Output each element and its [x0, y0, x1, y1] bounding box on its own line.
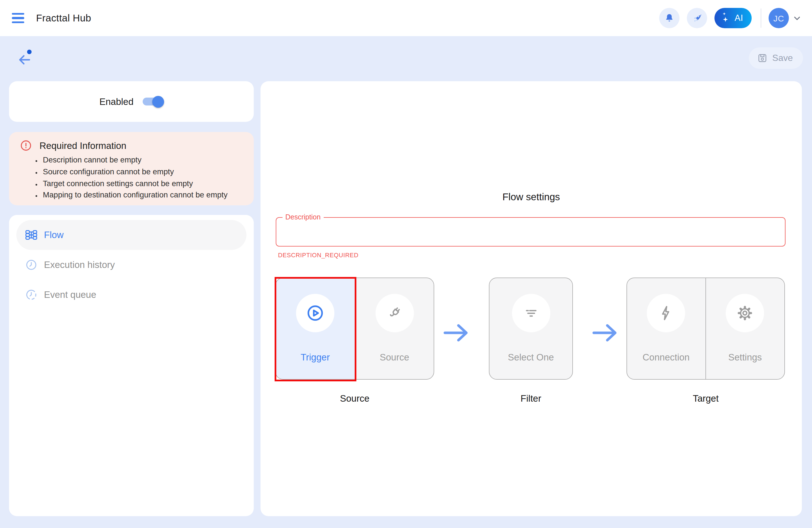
whats-new-button[interactable]	[687, 8, 707, 28]
source-card[interactable]: Source	[355, 277, 434, 380]
ai-assistant-button[interactable]: AI	[714, 8, 752, 28]
chevron-down-icon	[792, 13, 802, 23]
sparkles-icon	[721, 11, 730, 25]
clock-icon	[25, 258, 38, 271]
notifications-button[interactable]	[659, 8, 680, 28]
alert-item: Target connection settings cannot be emp…	[43, 178, 254, 190]
save-icon	[756, 53, 768, 64]
settings-label: Settings	[706, 352, 784, 363]
top-header: Fracttal Hub AI	[0, 0, 812, 36]
description-error-text: DESCRIPTION_REQUIRED	[278, 252, 359, 258]
filter-icon-circle	[512, 294, 550, 332]
nav-item-execution-history[interactable]: Execution history	[16, 250, 246, 280]
flow-settings-panel: Flow settings Description DESCRIPTION_RE…	[261, 81, 802, 516]
group-label-target: Target	[626, 393, 785, 404]
plug-icon	[386, 304, 404, 322]
header-divider	[761, 9, 761, 28]
alert-icon	[20, 139, 32, 152]
trigger-card[interactable]: Trigger	[275, 277, 355, 380]
flow-icon	[25, 228, 38, 241]
save-button-label: Save	[772, 53, 793, 63]
source-label: Source	[355, 352, 434, 363]
history-icon	[25, 288, 38, 301]
account-menu-button[interactable]	[791, 12, 803, 24]
nav-item-label: Event queue	[44, 289, 96, 300]
filter-icon	[522, 304, 540, 322]
page-toolbar: Save	[0, 36, 812, 81]
enabled-label: Enabled	[99, 96, 133, 107]
required-information-alert: Required Information Description cannot …	[9, 132, 254, 205]
hamburger-icon	[12, 13, 24, 23]
app-title: Fracttal Hub	[36, 12, 91, 24]
nav-item-label: Flow	[44, 230, 64, 240]
user-avatar[interactable]: JC	[769, 8, 789, 28]
description-input[interactable]	[277, 219, 783, 244]
back-arrow-icon	[16, 52, 32, 68]
play-circle-icon	[306, 303, 325, 323]
notification-dot	[27, 49, 32, 54]
app-viewport: Fracttal Hub AI	[0, 0, 812, 528]
header-actions: AI JC	[652, 8, 803, 28]
connection-icon-circle	[647, 294, 685, 332]
enabled-card: Enabled	[9, 81, 254, 122]
source-icon-circle	[375, 294, 414, 332]
trigger-icon-circle	[296, 294, 334, 332]
group-label-filter: Filter	[489, 393, 573, 404]
description-field: Description	[276, 217, 785, 246]
back-button[interactable]	[12, 47, 37, 72]
filter-card[interactable]: Select One	[489, 277, 573, 380]
source-step-group: Trigger Source	[275, 277, 434, 380]
section-nav-card: Flow Execution history Event queue	[9, 215, 254, 516]
settings-icon-circle	[726, 294, 764, 332]
settings-card[interactable]: Settings	[706, 278, 784, 379]
group-label-source: Source	[275, 393, 434, 404]
alert-item: Mapping to destination configuration can…	[43, 190, 254, 202]
toggle-thumb	[152, 96, 164, 108]
connection-label: Connection	[627, 352, 705, 363]
arrow-right-icon	[592, 323, 620, 343]
lightning-icon	[657, 304, 675, 322]
save-button[interactable]: Save	[749, 47, 803, 69]
gear-icon	[736, 304, 754, 322]
filter-placeholder-label: Select One	[490, 352, 572, 363]
avatar-initials: JC	[773, 13, 784, 23]
nav-item-flow[interactable]: Flow	[16, 220, 246, 250]
alert-list: Description cannot be empty Source confi…	[9, 155, 254, 201]
alert-header: Required Information	[9, 132, 254, 152]
nav-item-label: Execution history	[44, 259, 115, 270]
rocket-icon	[691, 12, 702, 24]
nav-item-event-queue[interactable]: Event queue	[16, 280, 246, 310]
bell-icon	[664, 12, 675, 24]
enabled-toggle[interactable]	[143, 98, 163, 105]
target-step-group: Connection	[626, 277, 785, 380]
connection-card[interactable]: Connection	[627, 278, 706, 379]
alert-item: Source configuration cannot be empty	[43, 167, 254, 178]
arrow-right-icon	[443, 323, 472, 343]
hamburger-menu-button[interactable]	[7, 7, 29, 29]
panel-title: Flow settings	[261, 191, 802, 203]
ai-button-label: AI	[735, 13, 743, 23]
alert-title: Required Information	[40, 140, 126, 151]
trigger-label: Trigger	[276, 352, 355, 363]
alert-item: Description cannot be empty	[43, 155, 254, 167]
